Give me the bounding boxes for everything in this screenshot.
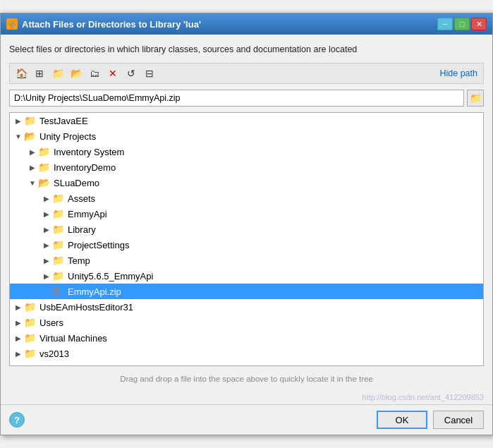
chevron-icon: ▶ [41,210,52,218]
path-input[interactable] [9,90,464,107]
chevron-icon: ▶ [27,164,38,171]
refresh-button[interactable]: ↺ [123,66,140,81]
folder-icon: 📂 [24,131,37,142]
tree-item-label: EmmyApi.zip [68,286,121,297]
file-tree[interactable]: ▶📁TestJavaEE▼📂Unity Projects▶📁Inventory … [9,112,484,366]
path-browse-button[interactable]: 📁 [467,90,484,107]
titlebar-left: 📎 Attach Files or Directories to Library… [6,18,201,30]
tree-item-virtual-machines[interactable]: ▶📁Virtual Machines [10,330,483,346]
chevron-icon: ▼ [13,133,24,140]
tree-item-label: vs2013 [39,349,69,359]
tree-item-label: Virtual Machines [39,333,107,344]
bottom-bar: ? OK Cancel [1,404,492,435]
folder-new-button[interactable]: 📁 [49,66,66,81]
close-button[interactable]: ✕ [471,18,487,30]
tree-item-label: Unity Projects [39,131,96,142]
titlebar-controls: − □ ✕ [437,18,487,30]
tree-item-emmyapi-folder[interactable]: ▶📁EmmyApi [10,206,483,222]
watermark: http://blog.csdn.net/ant_412209853 [1,393,492,404]
hide-path-button[interactable]: Hide path [437,67,480,80]
chevron-icon: ▶ [13,319,24,327]
tree-item-label: Temp [68,255,90,266]
tree-item-unity-projects[interactable]: ▼📂Unity Projects [10,128,483,144]
tree-item-unity565[interactable]: ▶📁Unity5.6.5_EmmyApi [10,268,483,284]
tree-item-label: Inventory System [54,147,124,157]
chevron-icon: ▶ [13,350,24,358]
folder-nav-button[interactable]: 🗂 [86,66,103,81]
folder-icon: 📁 [52,208,65,219]
tree-item-label: Users [39,317,63,328]
chevron-icon: ▶ [13,117,24,125]
folder-icon: 📁 [24,332,37,344]
drag-hint-text: Drag and drop a file into the space abov… [9,372,484,386]
tree-item-label: UsbEAmHostsEditor31 [39,302,133,313]
tree-item-label: ProjectSettings [68,240,129,250]
tree-item-vs2013[interactable]: ▶📁vs2013 [10,346,483,361]
minimize-button[interactable]: − [437,18,453,30]
description-text: Select files or directories in which lib… [9,42,484,57]
options-button[interactable]: ⊟ [141,66,158,81]
tree-item-library[interactable]: ▶📁Library [10,222,483,237]
chevron-icon: ▶ [27,148,38,156]
grid-view-button[interactable]: ⊞ [31,66,48,81]
delete-button[interactable]: ✕ [104,66,121,81]
folder-icon: 📁 [24,317,37,328]
folder-icon: 📁 [38,162,51,173]
tree-item-label: SLuaDemo [54,178,99,188]
tree-item-sluademo[interactable]: ▼📂SLuaDemo [10,175,483,190]
tree-item-testjavaee[interactable]: ▶📁TestJavaEE [10,113,483,128]
window-title: Attach Files or Directories to Library '… [22,19,201,30]
folder-icon: 📁 [24,301,37,313]
chevron-icon: ▶ [13,303,24,311]
chevron-icon: ▶ [13,365,24,367]
tree-item-label: TestJavaEE [39,116,88,126]
path-bar: 📁 [9,90,484,107]
tree-item-users[interactable]: ▶📁Users [10,315,483,330]
tree-item-label: Windows [39,364,77,367]
chevron-icon: ▶ [41,195,52,202]
folder-icon: 📁 [52,193,65,204]
tree-item-project-settings[interactable]: ▶📁ProjectSettings [10,237,483,253]
chevron-icon: ▶ [41,257,52,265]
chevron-icon: ▶ [41,241,52,249]
tree-item-usbea[interactable]: ▶📁UsbEAmHostsEditor31 [10,299,483,315]
folder-icon: 📁 [24,115,37,126]
cancel-button[interactable]: Cancel [433,411,484,429]
action-buttons: OK Cancel [377,411,484,429]
folder-icon: 📂 [38,177,51,188]
tree-item-label: EmmyApi [68,209,107,219]
tree-item-assets[interactable]: ▶📁Assets [10,190,483,206]
tree-item-inventory-system[interactable]: ▶📁Inventory System [10,144,483,159]
chevron-icon: ▶ [41,272,52,280]
chevron-icon: ▼ [27,179,38,187]
maximize-button[interactable]: □ [454,18,470,30]
folder-icon: 📁 [52,239,65,250]
folder-icon: 📁 [52,255,65,266]
home-button[interactable]: 🏠 [13,66,30,81]
folder-icon: 📁 [24,348,37,359]
folder-icon: 📁 [52,224,65,235]
toolbar: 🏠 ⊞ 📁 📂 🗂 ✕ ↺ ⊟ Hide path [9,63,484,84]
content-area: Select files or directories in which lib… [1,35,492,393]
folder-icon: 📁 [38,146,51,157]
chevron-icon: ▶ [13,334,24,342]
titlebar: 📎 Attach Files or Directories to Library… [1,13,492,35]
folder-icon: 📁 [24,363,37,366]
tree-item-emmyapi-zip[interactable]: 🗜EmmyApi.zip [10,284,483,299]
help-button[interactable]: ? [9,412,25,428]
ok-button[interactable]: OK [377,411,427,429]
tree-item-temp[interactable]: ▶📁Temp [10,253,483,268]
folder-icon: 📁 [52,270,65,281]
tree-item-label: Unity5.6.5_EmmyApi [68,271,153,281]
tree-item-windows[interactable]: ▶📁Windows [10,361,483,366]
tree-item-label: Library [68,224,96,235]
tree-item-inventory-demo[interactable]: ▶📁InventoryDemo [10,159,483,175]
folder-up-button[interactable]: 📂 [68,66,85,81]
main-window: 📎 Attach Files or Directories to Library… [0,13,493,435]
window-icon: 📎 [6,18,18,30]
tree-item-label: InventoryDemo [54,162,116,173]
zip-icon: 🗜 [52,286,65,296]
chevron-icon: ▶ [41,226,52,234]
tree-item-label: Assets [68,193,95,204]
